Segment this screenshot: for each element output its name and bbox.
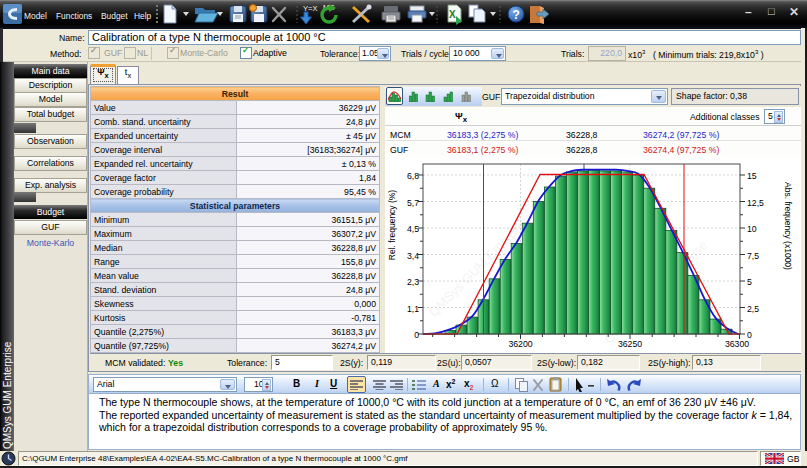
svg-text:15: 15 [747,171,757,181]
svg-text:12,5: 12,5 [747,198,764,208]
svg-text:X: X [449,9,456,20]
svg-text:7,5: 7,5 [747,251,759,261]
svg-text:36200: 36200 [508,339,532,349]
svg-text:6,8: 6,8 [407,171,419,181]
svg-text:36300: 36300 [725,339,749,349]
svg-text:2,3: 2,3 [407,277,419,287]
svg-text:2,5: 2,5 [747,304,759,314]
svg-text:1,1: 1,1 [407,304,419,314]
svg-text:Rel. frequency (%): Rel. frequency (%) [387,190,397,261]
svg-text:5,7: 5,7 [407,198,419,208]
svg-text:3,4: 3,4 [407,251,419,261]
svg-text:5: 5 [747,277,752,287]
svg-text:4,5: 4,5 [407,224,419,234]
svg-text:?: ? [513,8,520,22]
svg-text:36250: 36250 [618,339,642,349]
svg-text:10: 10 [747,224,757,234]
svg-text:Abs. frequency (x1000): Abs. frequency (x1000) [783,182,793,270]
svg-text:0: 0 [414,330,419,340]
